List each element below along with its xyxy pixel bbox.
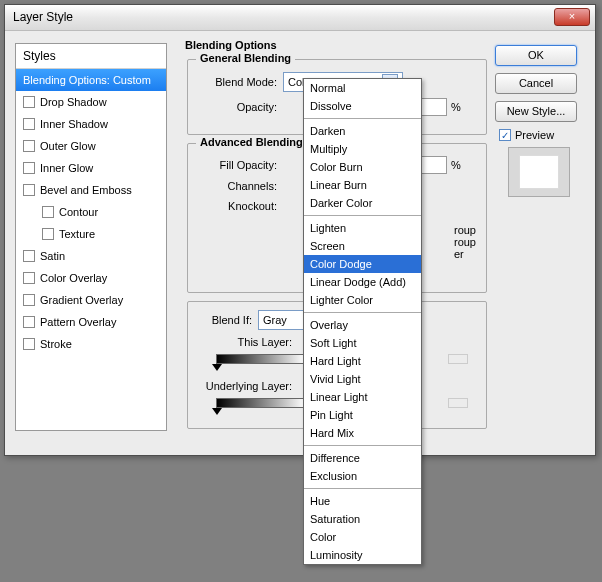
blend-mode-option[interactable]: Linear Light [304, 388, 421, 406]
slider-handle-icon[interactable] [212, 408, 222, 415]
channels-label: Channels: [188, 180, 283, 192]
styles-item-stroke[interactable]: Stroke [16, 333, 166, 355]
checkbox-icon[interactable] [23, 250, 35, 262]
blend-mode-dropdown[interactable]: NormalDissolveDarkenMultiplyColor BurnLi… [303, 78, 422, 565]
close-button[interactable]: × [554, 8, 590, 26]
styles-item-texture[interactable]: Texture [16, 223, 166, 245]
underlying-layer-slider[interactable] [216, 398, 306, 408]
blend-if-select[interactable]: Gray [258, 310, 308, 330]
blend-mode-option[interactable]: Vivid Light [304, 370, 421, 388]
opacity-unit: % [451, 101, 461, 113]
styles-item-outer-glow[interactable]: Outer Glow [16, 135, 166, 157]
checkbox-icon[interactable] [23, 162, 35, 174]
checkbox-icon[interactable] [23, 338, 35, 350]
blend-mode-option[interactable]: Dissolve [304, 97, 421, 115]
checkbox-icon[interactable] [23, 294, 35, 306]
blend-mode-option[interactable]: Darker Color [304, 194, 421, 212]
styles-item-satin[interactable]: Satin [16, 245, 166, 267]
dialog-client: Styles Blending Options: Custom Drop Sha… [5, 31, 595, 455]
blend-mode-option[interactable]: Screen [304, 237, 421, 255]
checkbox-icon[interactable] [42, 228, 54, 240]
checkbox-icon[interactable] [23, 140, 35, 152]
preview-swatch-inner [519, 155, 559, 189]
preview-swatch [508, 147, 570, 197]
blend-mode-option[interactable]: Saturation [304, 510, 421, 528]
dialog-title: Layer Style [13, 10, 73, 24]
blend-if-label: Blend If: [188, 314, 258, 326]
checkbox-icon[interactable] [23, 96, 35, 108]
styles-item-drop-shadow[interactable]: Drop Shadow [16, 91, 166, 113]
styles-header[interactable]: Styles [16, 44, 166, 69]
preview-toggle[interactable]: ✓ Preview [495, 129, 583, 141]
styles-item-bevel[interactable]: Bevel and Emboss [16, 179, 166, 201]
blend-mode-option[interactable]: Normal [304, 79, 421, 97]
styles-item-gradient-overlay[interactable]: Gradient Overlay [16, 289, 166, 311]
blend-mode-option[interactable]: Linear Dodge (Add) [304, 273, 421, 291]
blend-mode-option[interactable]: Color Burn [304, 158, 421, 176]
checkbox-icon[interactable] [23, 184, 35, 196]
blend-mode-option[interactable]: Luminosity [304, 546, 421, 564]
blend-if-value: Gray [263, 314, 287, 326]
checkbox-icon[interactable] [23, 316, 35, 328]
titlebar[interactable]: Layer Style × [5, 5, 595, 31]
blend-mode-option[interactable]: Lighter Color [304, 291, 421, 309]
cancel-button[interactable]: Cancel [495, 73, 577, 94]
blend-mode-option[interactable]: Color [304, 528, 421, 546]
preview-label: Preview [515, 129, 554, 141]
slider-handle-icon[interactable] [212, 364, 222, 371]
blend-mode-option[interactable]: Pin Light [304, 406, 421, 424]
blend-mode-option[interactable]: Color Dodge [304, 255, 421, 273]
styles-panel: Styles Blending Options: Custom Drop Sha… [15, 43, 167, 431]
styles-item-pattern-overlay[interactable]: Pattern Overlay [16, 311, 166, 333]
this-layer-label: This Layer: [188, 336, 298, 348]
opacity-label: Opacity: [188, 101, 283, 113]
checkbox-icon[interactable] [42, 206, 54, 218]
fill-opacity-label: Fill Opacity: [188, 159, 283, 171]
blend-mode-option[interactable]: Linear Burn [304, 176, 421, 194]
blend-mode-option[interactable]: Exclusion [304, 467, 421, 485]
fill-opacity-unit: % [451, 159, 461, 171]
styles-item-color-overlay[interactable]: Color Overlay [16, 267, 166, 289]
blend-mode-option[interactable]: Soft Light [304, 334, 421, 352]
ok-button[interactable]: OK [495, 45, 577, 66]
blend-mode-option[interactable]: Hard Mix [304, 424, 421, 442]
blend-mode-label: Blend Mode: [188, 76, 283, 88]
styles-item-inner-glow[interactable]: Inner Glow [16, 157, 166, 179]
general-blending-legend: General Blending [196, 52, 295, 64]
obscured-text: er [454, 248, 476, 260]
blend-mode-option[interactable]: Hard Light [304, 352, 421, 370]
slider-handle-icon[interactable] [448, 354, 468, 364]
checkbox-icon[interactable] [23, 118, 35, 130]
obscured-text: roup [454, 224, 476, 236]
this-layer-slider[interactable] [216, 354, 306, 364]
layer-style-dialog: Layer Style × Styles Blending Options: C… [4, 4, 596, 456]
blend-mode-option[interactable]: Difference [304, 449, 421, 467]
styles-item-contour[interactable]: Contour [16, 201, 166, 223]
checkmark-icon: ✓ [499, 129, 511, 141]
blend-mode-option[interactable]: Hue [304, 492, 421, 510]
blend-mode-option[interactable]: Darken [304, 122, 421, 140]
blending-options-title: Blending Options [185, 39, 277, 51]
styles-item-inner-shadow[interactable]: Inner Shadow [16, 113, 166, 135]
checkbox-icon[interactable] [23, 272, 35, 284]
new-style-button[interactable]: New Style... [495, 101, 577, 122]
blend-mode-option[interactable]: Lighten [304, 219, 421, 237]
underlying-layer-label: Underlying Layer: [188, 380, 298, 392]
advanced-blending-legend: Advanced Blending [196, 136, 307, 148]
obscured-text: roup [454, 236, 476, 248]
close-icon: × [569, 10, 575, 22]
knockout-label: Knockout: [188, 200, 283, 212]
slider-handle-icon[interactable] [448, 398, 468, 408]
side-buttons: OK Cancel New Style... ✓ Preview [495, 45, 583, 197]
blend-mode-option[interactable]: Overlay [304, 316, 421, 334]
blend-mode-option[interactable]: Multiply [304, 140, 421, 158]
styles-item-blending-options[interactable]: Blending Options: Custom [16, 69, 166, 91]
